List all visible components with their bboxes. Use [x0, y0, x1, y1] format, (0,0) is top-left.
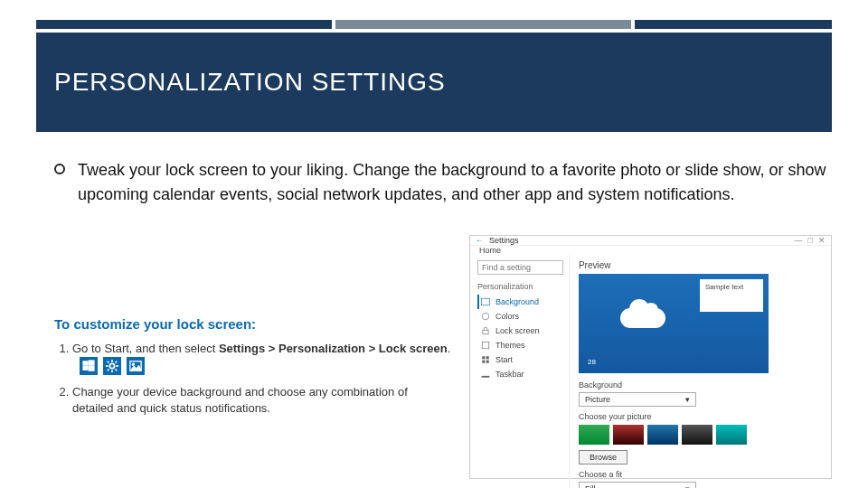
sidebar-item-themes[interactable]: Themes	[477, 338, 563, 352]
svg-line-9	[108, 361, 109, 363]
accent-bars	[36, 20, 832, 29]
themes-icon	[481, 341, 490, 350]
chevron-down-icon: ▾	[685, 395, 690, 404]
instructions-step-2: Change your device background and choose…	[72, 384, 451, 417]
palette-icon	[481, 312, 490, 321]
svg-point-21	[482, 313, 489, 320]
picture-thumb[interactable]	[716, 425, 747, 445]
sidebar-item-lock-screen[interactable]: Lock screen	[477, 324, 563, 338]
bullet-text: Tweak your lock screen to your liking. C…	[78, 158, 832, 207]
svg-rect-23	[482, 342, 489, 349]
background-select[interactable]: Picture ▾	[579, 392, 696, 407]
preview-time: 28	[588, 358, 596, 366]
settings-window: ← Settings — □ ✕ Home Personalization Ba…	[469, 235, 832, 479]
section-label: Personalization	[477, 282, 563, 291]
start-icon	[481, 355, 490, 364]
maximize-icon[interactable]: □	[808, 236, 813, 245]
picture-thumb[interactable]	[647, 425, 678, 445]
picture-thumb[interactable]	[579, 425, 609, 445]
slide-title: PERSONALIZATION SETTINGS	[54, 68, 446, 97]
preview-image: Sample text 28	[579, 274, 769, 373]
sidebar-item-colors[interactable]: Colors	[477, 309, 563, 324]
svg-point-14	[132, 363, 135, 366]
browse-button[interactable]: Browse	[579, 450, 627, 465]
window-titlebar: ← Settings — □ ✕	[470, 236, 831, 246]
bullet-item: Tweak your lock screen to your liking. C…	[54, 158, 832, 207]
svg-line-10	[116, 370, 118, 371]
instructions-step-1: Go to Start, and then select Settings > …	[72, 341, 451, 375]
svg-rect-24	[482, 356, 485, 359]
svg-rect-28	[482, 376, 490, 378]
picture-icon	[481, 297, 490, 306]
window-title: Settings	[489, 236, 519, 245]
svg-rect-27	[486, 361, 489, 363]
svg-rect-25	[486, 356, 489, 359]
svg-rect-2	[83, 366, 88, 370]
fit-select[interactable]: Fill ▾	[579, 482, 696, 488]
svg-rect-22	[483, 330, 488, 333]
sidebar-item-background[interactable]: Background	[477, 295, 563, 309]
svg-line-12	[108, 370, 109, 371]
bullet-icon	[54, 164, 65, 174]
svg-rect-1	[89, 361, 94, 365]
sidebar-item-start[interactable]: Start	[477, 352, 563, 367]
instructions-panel: To customize your lock screen: Go to Sta…	[54, 235, 451, 479]
choose-picture-label: Choose your picture	[579, 412, 822, 421]
preview-sample-text: Sample text	[700, 279, 763, 312]
svg-rect-26	[482, 361, 485, 363]
windows-start-icon	[80, 357, 98, 375]
background-label: Background	[579, 380, 822, 389]
picture-icon	[127, 357, 145, 375]
slide-title-band: PERSONALIZATION SETTINGS	[36, 33, 832, 132]
preview-label: Preview	[579, 260, 822, 270]
taskbar-icon	[481, 370, 490, 379]
picture-thumb[interactable]	[613, 425, 644, 445]
back-icon[interactable]: ←	[476, 236, 484, 245]
svg-line-11	[116, 361, 118, 363]
home-link[interactable]: Home	[476, 246, 501, 255]
search-input[interactable]	[477, 260, 563, 275]
sidebar-item-taskbar[interactable]: Taskbar	[477, 367, 563, 381]
minimize-icon[interactable]: —	[795, 236, 803, 245]
svg-rect-3	[89, 366, 94, 371]
fit-label: Choose a fit	[579, 470, 822, 479]
settings-main: Preview Sample text 28 Background Pictur…	[570, 255, 831, 488]
instructions-heading: To customize your lock screen:	[54, 316, 451, 332]
chevron-down-icon: ▾	[685, 484, 690, 488]
picture-thumbnails	[579, 425, 822, 445]
gear-icon	[103, 357, 121, 375]
svg-rect-20	[482, 298, 490, 305]
svg-rect-0	[83, 361, 88, 365]
picture-thumb[interactable]	[682, 425, 712, 445]
close-icon[interactable]: ✕	[818, 236, 826, 245]
settings-sidebar: Personalization Background Colors Lock s…	[470, 255, 570, 488]
svg-point-4	[109, 364, 114, 369]
lock-icon	[481, 326, 490, 335]
